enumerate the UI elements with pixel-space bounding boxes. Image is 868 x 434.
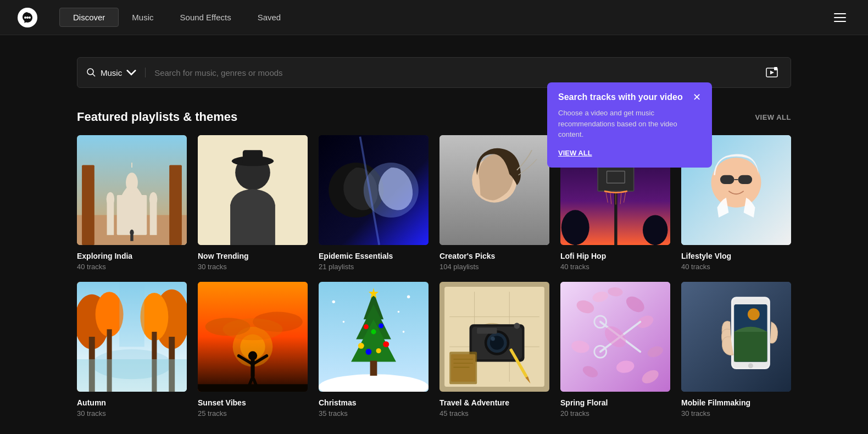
playlist-thumb-exploring-india bbox=[77, 135, 187, 245]
playlist-count: 40 tracks bbox=[560, 263, 670, 271]
playlist-card-mobile[interactable]: Mobile Filmmaking30 tracks bbox=[681, 282, 791, 418]
svg-point-106 bbox=[514, 323, 520, 329]
playlist-card-autumn[interactable]: Autumn30 tracks bbox=[77, 282, 187, 418]
playlist-count: 21 playlists bbox=[319, 263, 429, 271]
svg-rect-33 bbox=[598, 165, 633, 191]
svg-point-13 bbox=[126, 173, 138, 192]
playlist-count: 40 tracks bbox=[681, 263, 791, 271]
svg-point-88 bbox=[332, 301, 335, 303]
tooltip-title: Search tracks with your video ✕ bbox=[558, 92, 701, 102]
svg-rect-20 bbox=[130, 235, 133, 241]
playlist-name: Mobile Filmmaking bbox=[681, 398, 791, 407]
svg-point-136 bbox=[748, 308, 760, 320]
search-input[interactable] bbox=[154, 68, 762, 77]
nav-music[interactable]: Music bbox=[119, 8, 166, 26]
playlist-count: 20 tracks bbox=[560, 409, 670, 418]
svg-rect-59 bbox=[119, 282, 144, 347]
svg-point-16 bbox=[107, 192, 115, 206]
svg-rect-46 bbox=[720, 175, 734, 184]
svg-rect-7 bbox=[774, 67, 777, 70]
svg-point-45 bbox=[711, 158, 761, 208]
search-type-selector[interactable]: Music bbox=[86, 68, 146, 77]
svg-point-85 bbox=[371, 329, 376, 334]
video-search-button[interactable] bbox=[762, 63, 782, 82]
svg-point-90 bbox=[398, 311, 400, 313]
playlist-name: Lifestyle Vlog bbox=[681, 252, 791, 260]
svg-rect-135 bbox=[734, 332, 767, 362]
svg-rect-79 bbox=[370, 361, 377, 376]
svg-rect-24 bbox=[243, 150, 263, 165]
playlist-card-christmas[interactable]: Christmas35 tracks bbox=[319, 282, 429, 418]
svg-point-83 bbox=[358, 343, 364, 349]
search-type-label: Music bbox=[101, 68, 122, 77]
playlist-card-exploring-india[interactable]: Exploring India40 tracks bbox=[77, 135, 187, 271]
playlist-name: Lofi Hip Hop bbox=[560, 252, 670, 260]
svg-rect-73 bbox=[198, 384, 308, 392]
playlist-card-travel[interactable]: Travel & Adventure45 tracks bbox=[439, 282, 549, 418]
playlist-thumb-now-trending bbox=[198, 135, 308, 245]
nav-saved[interactable]: Saved bbox=[244, 8, 294, 26]
svg-point-87 bbox=[376, 348, 381, 353]
tooltip-close-button[interactable]: ✕ bbox=[693, 92, 701, 102]
svg-point-19 bbox=[130, 230, 133, 236]
playlist-card-floral[interactable]: Spring Floral20 tracks bbox=[560, 282, 670, 418]
svg-point-137 bbox=[748, 363, 753, 368]
svg-point-91 bbox=[343, 321, 345, 323]
nav-links: Discover Music Sound Effects Saved bbox=[59, 8, 294, 27]
featured-section: Featured playlists & themes VIEW ALL Exp… bbox=[0, 110, 868, 418]
playlist-thumb-mobile bbox=[681, 282, 791, 392]
svg-point-66 bbox=[222, 318, 282, 340]
svg-point-1 bbox=[24, 16, 26, 19]
view-all-button[interactable]: VIEW ALL bbox=[755, 113, 791, 121]
nav-discover[interactable]: Discover bbox=[59, 8, 119, 27]
playlist-thumb-autumn bbox=[77, 282, 187, 392]
playlist-card-epidemic-essentials[interactable]: Epidemic Essentials21 playlists bbox=[319, 135, 429, 271]
playlist-count: 30 tracks bbox=[681, 409, 791, 418]
svg-point-68 bbox=[248, 351, 257, 360]
tooltip-body: Choose a video and get music recommendat… bbox=[558, 108, 701, 140]
playlist-count: 45 tracks bbox=[439, 409, 549, 418]
playlist-count: 30 tracks bbox=[198, 263, 308, 271]
playlist-card-creators-picks[interactable]: Creator's Picks104 playlists bbox=[439, 135, 549, 271]
navigation: Discover Music Sound Effects Saved bbox=[0, 0, 868, 35]
section-title: Featured playlists & themes bbox=[77, 110, 237, 124]
svg-point-84 bbox=[383, 341, 389, 347]
playlist-name: Autumn bbox=[77, 398, 187, 407]
tooltip-view-all-link[interactable]: VIEW ALL bbox=[558, 149, 592, 157]
playlist-name: Christmas bbox=[319, 398, 429, 407]
nav-right bbox=[830, 9, 850, 26]
search-section: Music Search tracks with your video ✕ Ch… bbox=[0, 35, 868, 99]
svg-point-81 bbox=[364, 324, 369, 329]
playlist-card-now-trending[interactable]: Now Trending30 tracks bbox=[198, 135, 308, 271]
svg-point-3 bbox=[29, 16, 31, 19]
svg-rect-105 bbox=[477, 328, 497, 334]
playlist-name: Creator's Picks bbox=[439, 252, 549, 260]
playlist-count: 40 tracks bbox=[77, 263, 187, 271]
svg-point-82 bbox=[379, 323, 383, 328]
svg-line-5 bbox=[93, 74, 96, 77]
playlist-thumb-floral bbox=[560, 282, 670, 392]
svg-rect-41 bbox=[574, 227, 577, 245]
hamburger-menu[interactable] bbox=[830, 9, 850, 26]
playlist-name: Exploring India bbox=[77, 252, 187, 260]
video-search-tooltip: Search tracks with your video ✕ Choose a… bbox=[547, 82, 712, 168]
playlist-count: 35 tracks bbox=[319, 409, 429, 418]
svg-point-18 bbox=[149, 192, 158, 206]
logo[interactable] bbox=[18, 8, 37, 27]
playlist-name: Spring Floral bbox=[560, 398, 670, 407]
playlist-count: 30 tracks bbox=[77, 409, 187, 418]
svg-point-92 bbox=[403, 331, 405, 333]
svg-rect-43 bbox=[654, 230, 656, 245]
playlist-thumb-christmas bbox=[319, 282, 429, 392]
playlist-thumb-sunset bbox=[198, 282, 308, 392]
playlist-thumb-epidemic-essentials bbox=[319, 135, 429, 245]
playlist-count: 104 playlists bbox=[439, 263, 549, 271]
nav-sound-effects[interactable]: Sound Effects bbox=[167, 8, 244, 26]
svg-point-89 bbox=[407, 296, 410, 298]
playlist-name: Travel & Adventure bbox=[439, 398, 549, 407]
playlist-card-sunset[interactable]: Sunset Vibes25 tracks bbox=[198, 282, 308, 418]
playlist-count: 25 tracks bbox=[198, 409, 308, 418]
svg-rect-60 bbox=[77, 359, 187, 392]
playlist-name: Sunset Vibes bbox=[198, 398, 308, 407]
svg-point-86 bbox=[365, 349, 371, 355]
